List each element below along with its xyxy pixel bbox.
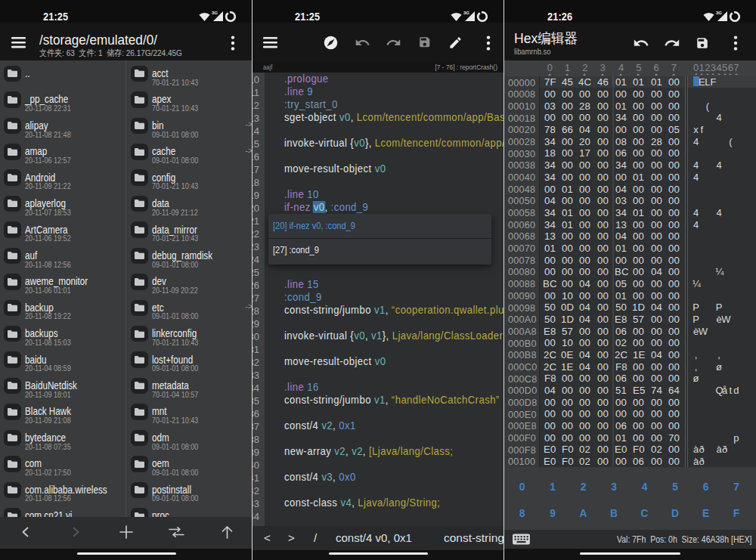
svg-text:3G: 3G <box>212 11 218 15</box>
svg-text:3G: 3G <box>463 11 469 15</box>
svg-text:3G: 3G <box>716 11 722 15</box>
